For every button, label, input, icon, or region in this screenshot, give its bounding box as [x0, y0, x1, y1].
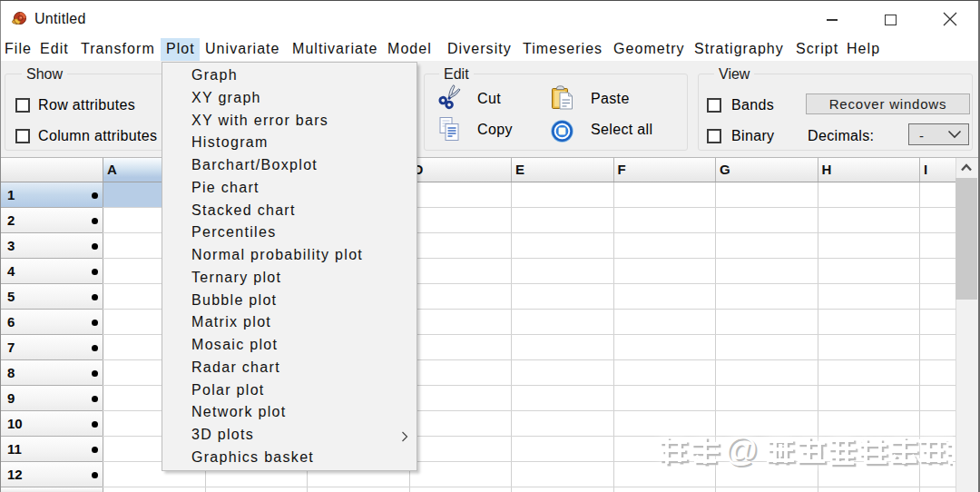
svg-text:@: @ [724, 431, 759, 468]
